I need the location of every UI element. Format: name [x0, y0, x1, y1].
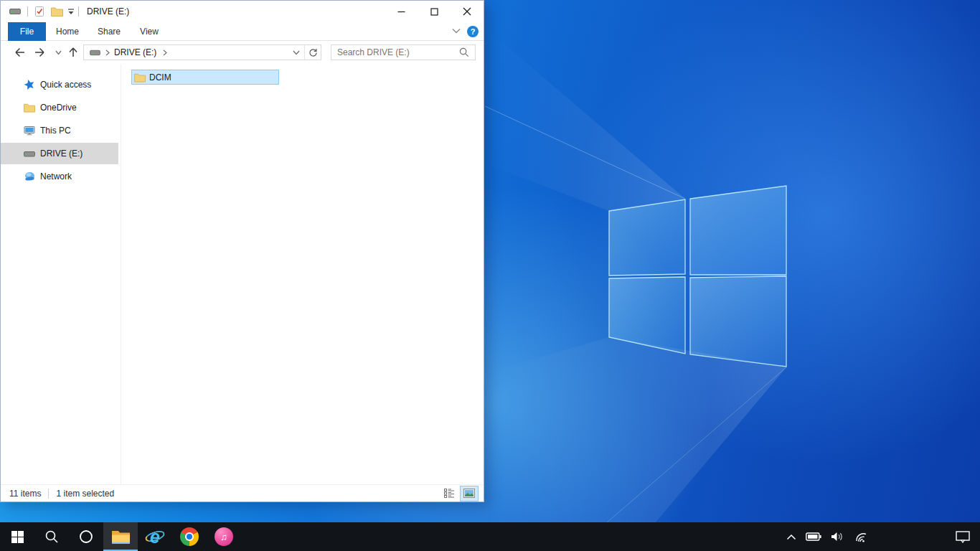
tab-view-label: View [140, 27, 159, 37]
properties-icon[interactable] [34, 6, 45, 17]
search-icon [44, 529, 59, 544]
separator [78, 6, 79, 17]
breadcrumb-chevron-icon[interactable] [163, 50, 167, 56]
forward-icon[interactable] [34, 47, 46, 58]
separator [48, 489, 49, 499]
expand-ribbon-chevron-icon[interactable] [452, 28, 461, 34]
address-bar[interactable]: DRIVE (E:) [83, 44, 321, 60]
network-icon [24, 171, 35, 182]
breadcrumb-chevron-icon[interactable] [105, 50, 110, 56]
start-button[interactable] [0, 522, 34, 551]
chrome-icon [180, 527, 199, 546]
notifications-icon [956, 531, 970, 543]
folder-icon [24, 102, 35, 113]
refresh-button[interactable] [305, 45, 321, 60]
light-beam-upper [485, 27, 685, 211]
sidebar-item-quick-access[interactable]: Quick access [1, 74, 121, 95]
tab-home-label: Home [56, 27, 79, 37]
details-view-button[interactable] [440, 486, 458, 501]
close-button[interactable] [451, 1, 484, 22]
taskbar-search-button[interactable] [34, 522, 69, 551]
sidebar-item-drive-e[interactable]: DRIVE (E:) [1, 143, 118, 164]
customize-quick-access-icon[interactable] [67, 9, 75, 15]
taskbar-itunes-button[interactable]: ♫ [207, 522, 241, 551]
windows-logo-icon [11, 531, 24, 543]
wifi-icon[interactable] [854, 532, 868, 542]
view-switcher [440, 486, 478, 501]
help-icon: ? [471, 27, 476, 36]
thumbnails-view-icon [463, 489, 475, 498]
hidden-icons-chevron-icon[interactable] [786, 534, 796, 540]
thumbnails-view-button[interactable] [461, 486, 478, 501]
sidebar-item-onedrive[interactable]: OneDrive [1, 97, 121, 118]
taskbar: e ♫ [0, 522, 980, 551]
window-body: Quick access OneDrive This PC [1, 64, 484, 484]
itunes-icon: ♫ [215, 527, 233, 546]
file-explorer-window: DRIVE (E:) File [0, 0, 484, 502]
minimize-icon [397, 8, 405, 16]
star-icon [24, 79, 35, 90]
tab-home[interactable]: Home [51, 22, 84, 41]
sidebar-item-label: Quick access [40, 80, 91, 90]
tab-view[interactable]: View [133, 22, 166, 41]
file-item-dcim[interactable]: DCIM [131, 70, 279, 85]
refresh-icon [308, 48, 318, 57]
sidebar-item-label: DRIVE (E:) [40, 149, 83, 159]
file-explorer-icon [111, 529, 131, 545]
help-button[interactable]: ? [467, 26, 479, 37]
sidebar-item-label: OneDrive [40, 103, 77, 113]
drive-icon [90, 49, 100, 57]
taskbar-chrome-button[interactable] [172, 522, 207, 551]
windows-logo-icon [609, 186, 786, 367]
up-icon[interactable] [67, 47, 79, 58]
file-item-name: DCIM [149, 72, 171, 83]
search-box[interactable] [331, 44, 476, 60]
chevron-down-icon [293, 50, 300, 55]
taskbar-file-explorer-button[interactable] [103, 522, 138, 551]
maximize-button[interactable] [418, 1, 451, 22]
maximize-icon [430, 8, 438, 16]
navigation-bar: DRIVE (E:) [1, 41, 484, 64]
ribbon-tabs: File Home Share View ? [1, 22, 484, 41]
file-list[interactable]: DCIM [121, 64, 484, 484]
light-beam-lower [485, 337, 786, 551]
tab-share[interactable]: Share [91, 22, 127, 41]
search-input[interactable] [331, 45, 459, 60]
separator [27, 6, 28, 17]
tab-file-label: File [20, 27, 34, 37]
monitor-icon [24, 125, 35, 136]
drive-icon [9, 7, 21, 16]
search-icon[interactable] [459, 47, 469, 57]
music-note-glyph: ♫ [220, 532, 227, 542]
sidebar-item-network[interactable]: Network [1, 166, 121, 187]
action-center-button[interactable] [956, 522, 970, 551]
sidebar-item-label: Network [40, 171, 72, 182]
new-folder-icon[interactable] [51, 6, 63, 17]
window-controls [385, 1, 484, 22]
window-title: DRIVE (E:) [87, 1, 129, 22]
navigation-pane: Quick access OneDrive This PC [1, 64, 121, 484]
folder-icon [134, 72, 146, 83]
address-dropdown-button[interactable] [288, 45, 304, 60]
items-count: 11 items [9, 489, 41, 499]
back-icon[interactable] [14, 47, 26, 58]
minimize-button[interactable] [385, 1, 418, 22]
internet-explorer-icon: e [146, 527, 164, 546]
details-view-icon [444, 489, 455, 498]
status-bar: 11 items 1 item selected [1, 484, 484, 501]
tab-file[interactable]: File [8, 22, 46, 41]
drive-icon [24, 148, 35, 159]
volume-icon[interactable] [831, 532, 845, 542]
recent-locations-chevron-icon[interactable] [55, 50, 62, 55]
breadcrumb-segment[interactable]: DRIVE (E:) [114, 47, 156, 57]
selection-count: 1 item selected [56, 489, 114, 499]
sidebar-item-this-pc[interactable]: This PC [1, 120, 121, 141]
cortana-button[interactable] [69, 522, 103, 551]
close-icon [463, 7, 471, 16]
system-tray [786, 522, 868, 551]
tab-share-label: Share [98, 27, 121, 37]
battery-icon[interactable] [806, 532, 821, 541]
taskbar-internet-explorer-button[interactable]: e [138, 522, 172, 551]
sidebar-item-label: This PC [40, 126, 71, 136]
title-bar[interactable]: DRIVE (E:) [1, 1, 484, 22]
